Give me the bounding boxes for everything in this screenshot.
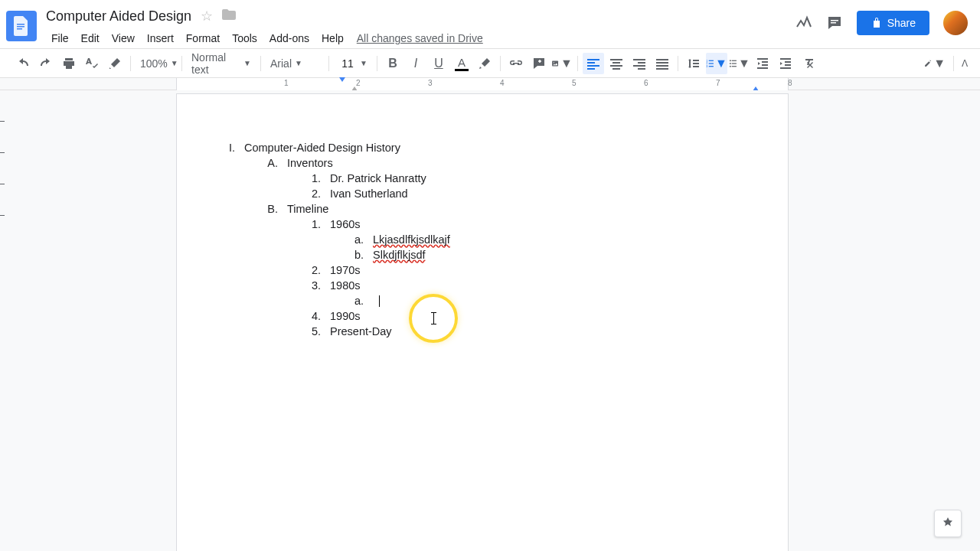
star-icon[interactable]: ☆: [201, 8, 213, 24]
font-select[interactable]: Arial▼: [266, 53, 324, 74]
numbered-list-button[interactable]: 123▼: [706, 53, 727, 74]
outline-rail[interactable]: [0, 90, 6, 551]
clear-formatting-button[interactable]: [798, 53, 819, 74]
list-item[interactable]: 1970s: [324, 262, 745, 278]
svg-rect-5: [552, 60, 558, 66]
svg-rect-1: [17, 26, 24, 28]
svg-rect-12: [612, 62, 620, 64]
svg-rect-11: [610, 59, 622, 60]
share-button[interactable]: Share: [857, 11, 929, 35]
bulleted-list-button[interactable]: ▼: [729, 53, 750, 74]
paragraph-style-select[interactable]: Normal text▼: [187, 53, 256, 74]
svg-rect-7: [587, 59, 599, 60]
svg-rect-21: [656, 65, 668, 67]
toolbar-separator: [678, 56, 678, 71]
explore-button[interactable]: [934, 510, 962, 537]
image-button[interactable]: ▼: [551, 53, 573, 74]
svg-rect-20: [656, 62, 668, 64]
ruler[interactable]: 1 2 3 4 5 6 7 8: [0, 78, 980, 90]
list-item[interactable]: 1980s: [324, 278, 745, 308]
hide-menus-button[interactable]: ᐱ: [962, 58, 968, 69]
line-spacing-button[interactable]: [683, 53, 704, 74]
paint-format-button[interactable]: [104, 53, 126, 74]
first-line-indent-marker[interactable]: [339, 77, 345, 82]
folder-icon[interactable]: [222, 9, 236, 23]
decrease-indent-button[interactable]: [752, 53, 773, 74]
docs-logo[interactable]: [6, 11, 37, 41]
svg-rect-39: [780, 58, 791, 60]
menu-file[interactable]: File: [46, 29, 74, 47]
toolbar-separator: [377, 56, 377, 71]
svg-rect-34: [732, 66, 737, 67]
svg-rect-9: [587, 65, 599, 67]
toolbar-separator: [577, 56, 578, 71]
activity-icon[interactable]: [795, 15, 812, 31]
doc-title[interactable]: Computer Aided Design: [46, 8, 191, 24]
align-left-button[interactable]: [583, 53, 604, 74]
list-item[interactable]: Computer-Aided Design History Inventors …: [238, 140, 745, 339]
text-color-button[interactable]: A: [451, 53, 472, 74]
avatar[interactable]: [943, 11, 968, 35]
bold-button[interactable]: B: [382, 53, 403, 74]
zoom-select[interactable]: 100%▼: [136, 53, 177, 74]
ruler-mark: 8: [788, 79, 792, 87]
misspelled-text: Lkjasdlfkjsdlkajf: [373, 233, 450, 246]
list-item[interactable]: 1990s: [324, 308, 745, 324]
svg-rect-2: [17, 28, 22, 30]
svg-rect-42: [780, 67, 791, 69]
list-item[interactable]: [367, 293, 745, 308]
undo-button[interactable]: [12, 53, 34, 74]
document-area: Computer-Aided Design History Inventors …: [0, 90, 980, 551]
editing-mode-button[interactable]: ▼: [924, 53, 946, 74]
svg-rect-15: [633, 59, 645, 60]
font-size-input[interactable]: ▼: [334, 53, 372, 74]
comments-icon[interactable]: [826, 15, 843, 31]
list-item[interactable]: Present-Day: [324, 324, 745, 339]
page[interactable]: Computer-Aided Design History Inventors …: [176, 93, 789, 551]
menu-tools[interactable]: Tools: [227, 29, 263, 47]
redo-button[interactable]: [35, 53, 57, 74]
svg-rect-19: [656, 59, 668, 60]
comment-button[interactable]: [528, 53, 550, 74]
menu-help[interactable]: Help: [316, 29, 349, 47]
ruler-mark: 6: [644, 79, 648, 87]
svg-point-6: [554, 62, 554, 63]
menu-addons[interactable]: Add-ons: [264, 29, 315, 47]
list-item[interactable]: Dr. Patrick Hanratty: [324, 171, 745, 186]
save-status[interactable]: All changes saved in Drive: [357, 32, 483, 44]
menu-edit[interactable]: Edit: [76, 29, 105, 47]
svg-point-29: [730, 60, 731, 61]
svg-rect-40: [785, 61, 791, 63]
highlight-button[interactable]: [474, 53, 495, 74]
ruler-mark: 3: [428, 79, 433, 87]
svg-rect-38: [757, 67, 768, 69]
list-item[interactable]: Timeline 1960s Lkjasdlfkjsdlkajf Slkdjfl…: [281, 201, 745, 339]
align-right-button[interactable]: [629, 53, 650, 74]
align-center-button[interactable]: [606, 53, 627, 74]
misspelled-text: Slkdjflkjsdf: [373, 249, 426, 261]
increase-indent-button[interactable]: [775, 53, 796, 74]
menu-insert[interactable]: Insert: [142, 29, 179, 47]
print-button[interactable]: [58, 53, 80, 74]
list-item[interactable]: 1960s Lkjasdlfkjsdlkajf Slkdjflkjsdf: [324, 217, 745, 262]
toolbar-separator: [130, 56, 131, 71]
menu-view[interactable]: View: [106, 29, 140, 47]
titlebar-right: Share: [795, 11, 968, 35]
align-justify-button[interactable]: [652, 53, 673, 74]
outline-heading: Computer-Aided Design History: [244, 142, 400, 154]
underline-button[interactable]: U: [428, 53, 449, 74]
list-item[interactable]: Ivan Sutherland: [324, 186, 745, 201]
toolbar-separator: [500, 56, 501, 71]
list-item[interactable]: Lkjasdlfkjsdlkajf: [367, 232, 745, 247]
list-item[interactable]: Slkdjflkjsdf: [367, 247, 745, 262]
svg-point-30: [730, 63, 731, 64]
toolbar-separator: [260, 56, 261, 71]
italic-button[interactable]: I: [405, 53, 426, 74]
menu-format[interactable]: Format: [181, 29, 225, 47]
svg-rect-10: [587, 68, 595, 70]
link-button[interactable]: [505, 53, 527, 74]
spellcheck-button[interactable]: [81, 53, 103, 74]
toolbar: 100%▼ Normal text▼ Arial▼ ▼ B I U A ▼ 12…: [0, 49, 980, 78]
list-item[interactable]: Inventors Dr. Patrick Hanratty Ivan Suth…: [281, 155, 745, 201]
titlebar: Computer Aided Design ☆ File Edit View I…: [0, 0, 980, 49]
